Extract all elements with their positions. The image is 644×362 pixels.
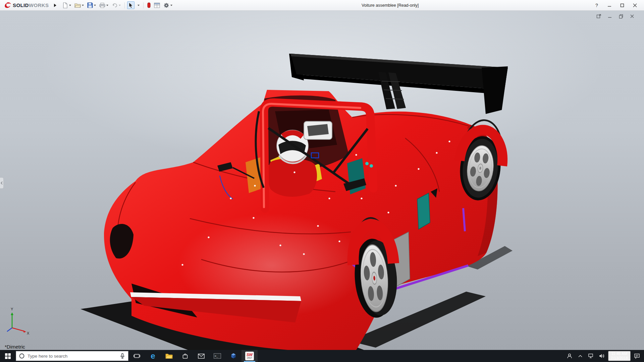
speaker-icon xyxy=(599,353,605,359)
edge-icon: e xyxy=(151,352,155,360)
search-input[interactable] xyxy=(28,354,117,359)
store-bag-icon xyxy=(182,353,188,359)
people-icon xyxy=(567,353,573,359)
select-tool-flyout[interactable] xyxy=(135,4,141,7)
dropdown-caret-icon xyxy=(138,5,140,6)
save-button[interactable] xyxy=(86,1,97,9)
appearance-button[interactable] xyxy=(146,1,152,9)
chevron-up-icon xyxy=(578,355,582,357)
folder-icon xyxy=(165,353,173,359)
open-folder-icon xyxy=(74,3,81,8)
orientation-triad[interactable]: Y X xyxy=(7,307,30,335)
feature-panel-collapsed-tab[interactable] xyxy=(0,177,4,189)
undo-arrow-icon xyxy=(112,3,118,8)
people-button[interactable] xyxy=(565,350,574,362)
command-prompt-button[interactable]: >_ xyxy=(209,350,225,362)
mail-button[interactable] xyxy=(193,350,209,362)
titlebar: SOLIDWORKS xyxy=(0,0,644,11)
taskbar-search[interactable] xyxy=(16,351,128,361)
clock-time: 11:45 AM xyxy=(611,352,628,356)
windows-logo-icon xyxy=(5,353,11,359)
quick-access-toolbar xyxy=(61,1,174,9)
help-button[interactable]: ? xyxy=(591,1,602,10)
solidworks-logo: SOLIDWORKS xyxy=(4,2,49,9)
rearview-mirror xyxy=(304,121,332,139)
edge-browser-button[interactable]: e xyxy=(145,350,161,362)
table-report-icon xyxy=(154,3,160,8)
doc-close-icon[interactable] xyxy=(630,14,635,19)
store-button[interactable] xyxy=(177,350,193,362)
minimize-icon xyxy=(607,3,611,7)
dropdown-caret-icon xyxy=(119,5,121,6)
solidworks-window: SOLIDWORKS xyxy=(0,0,644,362)
sidepod-vent-teal xyxy=(417,193,430,229)
graphics-area[interactable]: Y X *Dimetric xyxy=(0,11,644,350)
print-button[interactable] xyxy=(98,2,110,9)
solidworks-app-button[interactable]: SW 2017 xyxy=(241,350,258,362)
close-icon xyxy=(633,3,637,7)
dropdown-caret-icon xyxy=(94,5,96,6)
document-window-controls xyxy=(596,14,635,19)
triad-y-label: Y xyxy=(11,307,13,311)
minimize-button[interactable] xyxy=(604,1,615,10)
dropdown-caret-icon xyxy=(82,5,84,6)
volume-button[interactable] xyxy=(597,350,606,362)
mail-envelope-icon xyxy=(198,354,205,359)
logo-text-solid: SOLID xyxy=(13,2,29,8)
triad-x-label: X xyxy=(27,331,30,335)
toolbar-separator xyxy=(124,2,125,8)
cortana-icon xyxy=(19,353,25,359)
select-cursor-icon xyxy=(128,2,133,8)
command-prompt-icon: >_ xyxy=(214,353,221,359)
close-button[interactable] xyxy=(629,1,641,10)
notification-icon xyxy=(634,353,640,359)
undo-button[interactable] xyxy=(110,2,122,9)
task-view-button[interactable] xyxy=(129,350,145,362)
clock[interactable]: 11:45 AM 7/13/2018 xyxy=(608,351,631,361)
chevron-left-icon xyxy=(1,181,3,185)
open-document-button[interactable] xyxy=(73,2,85,9)
network-icon xyxy=(588,353,594,359)
new-document-button[interactable] xyxy=(61,1,72,9)
gear-icon xyxy=(163,2,169,8)
save-floppy-icon xyxy=(87,2,93,8)
toolbar-flyout-arrow[interactable] xyxy=(54,4,56,7)
clock-date: 7/13/2018 xyxy=(611,356,628,360)
printer-icon xyxy=(99,3,105,8)
document-title: Voiture assemblee [Read-only] xyxy=(362,3,419,8)
logo-text-works: WORKS xyxy=(29,2,49,8)
solidworks-tool-button[interactable] xyxy=(225,350,241,362)
appearance-swatch-icon xyxy=(147,2,151,8)
solidworks-ds-icon xyxy=(4,2,11,9)
report-button[interactable] xyxy=(153,2,161,9)
task-view-icon xyxy=(133,353,140,359)
blue-cube-icon xyxy=(230,352,237,360)
toolbar-separator xyxy=(143,2,144,8)
dropdown-caret-icon xyxy=(170,5,172,6)
maximize-button[interactable] xyxy=(616,1,628,10)
solidworks-app-icon: SW 2017 xyxy=(245,352,254,360)
dropdown-caret-icon xyxy=(106,5,108,6)
select-tool-button[interactable] xyxy=(127,1,135,9)
doc-pin-icon[interactable] xyxy=(596,14,601,19)
hidden-icons-button[interactable] xyxy=(576,350,585,362)
microphone-icon[interactable] xyxy=(119,353,125,359)
new-document-icon xyxy=(62,2,68,8)
maximize-icon xyxy=(620,3,624,7)
network-button[interactable] xyxy=(587,350,595,362)
doc-minimize-icon[interactable] xyxy=(607,14,612,19)
view-orientation-label: *Dimetric xyxy=(5,344,25,350)
action-center-button[interactable] xyxy=(633,350,641,362)
doc-restore-icon[interactable] xyxy=(619,14,624,19)
options-button[interactable] xyxy=(162,1,174,9)
dropdown-caret-icon xyxy=(69,5,71,6)
car-assembly-model[interactable]: Y X xyxy=(0,11,644,350)
system-tray: 11:45 AM 7/13/2018 xyxy=(565,350,644,362)
file-explorer-button[interactable] xyxy=(161,350,177,362)
start-button[interactable] xyxy=(0,350,15,362)
taskbar: e >_ xyxy=(0,350,644,362)
